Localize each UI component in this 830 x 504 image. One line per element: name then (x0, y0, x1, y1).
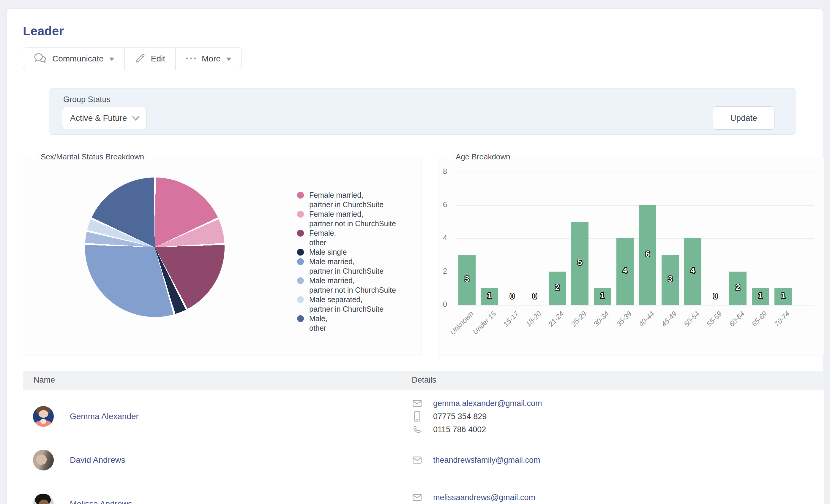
page-title: Leader (23, 24, 64, 38)
avatar[interactable] (33, 406, 54, 427)
age-breakdown-card: Age Breakdown 024683Unknown1Under 15015-… (438, 157, 824, 356)
page: Leader Communicate (0, 0, 830, 504)
gridline (456, 172, 814, 172)
x-axis-category-label: 21-24 (547, 310, 566, 328)
legend-label: Male separated,partner in ChurchSuite (309, 295, 384, 314)
x-axis-category-label: Unknown (448, 310, 475, 337)
legend-swatch-icon (297, 258, 304, 265)
contact-name-link[interactable]: David Andrews (70, 455, 125, 465)
table-row: Gemma Alexandergemma.alexander@gmail.com… (23, 390, 824, 443)
contact-name-link[interactable]: Melissa Andrews (70, 499, 132, 504)
legend-label: Male married,partner in ChurchSuite (309, 257, 384, 276)
legend-item: Male separated,partner in ChurchSuite (297, 295, 396, 314)
legend-label: Male single (309, 247, 347, 257)
legend-item: Female married,partner not in ChurchSuit… (297, 209, 396, 228)
more-label: More (202, 54, 221, 64)
x-axis-category-label: 25-29 (570, 310, 588, 328)
bar-value-label: 0 (526, 292, 543, 301)
update-button[interactable]: Update (713, 106, 774, 130)
group-status-select[interactable]: Active & Future (62, 107, 147, 129)
edit-button[interactable]: Edit (125, 48, 175, 70)
legend-item: Male,other (297, 314, 396, 333)
bar-value-label: 4 (684, 266, 701, 275)
bar-value-label: 0 (707, 292, 724, 301)
table-header: Name Details (23, 371, 824, 390)
details-cell: theandrewsfamily@gmail.com (412, 443, 824, 477)
legend-swatch-icon (297, 230, 304, 237)
avatar[interactable] (33, 450, 54, 470)
legend-swatch-icon (297, 296, 304, 303)
ellipsis-icon (186, 56, 196, 61)
x-axis-category-label: 15-17 (502, 310, 520, 328)
bar-value-label: 1 (774, 291, 792, 300)
y-axis-tick-label: 2 (438, 267, 447, 275)
table-body: Gemma Alexandergemma.alexander@gmail.com… (23, 390, 824, 504)
avatar[interactable] (33, 494, 54, 504)
gridline (456, 238, 814, 239)
envelope-icon (412, 494, 422, 501)
phone-handset-icon (412, 425, 422, 434)
gridline (456, 305, 814, 305)
chevron-down-icon (132, 113, 140, 123)
legend-swatch-icon (297, 249, 304, 256)
envelope-icon (412, 456, 422, 464)
y-axis-tick-label: 4 (438, 234, 447, 242)
group-status-panel: Group Status Active & Future Update (49, 88, 796, 135)
bar-value-label: 2 (729, 283, 746, 292)
bar-value-label: 6 (639, 249, 656, 259)
bar-value-label: 0 (504, 292, 521, 301)
bar-value-label: 3 (458, 275, 476, 284)
x-axis-category-label: 30-34 (592, 310, 611, 328)
x-axis-category-label: 40-44 (637, 310, 656, 328)
table-row: Melissa Andrewsmelissaandrews@gmail.com0… (23, 477, 824, 504)
x-axis-category-label: 70-74 (773, 310, 791, 328)
main-content-card: Leader Communicate (6, 8, 823, 504)
name-cell: Melissa Andrews (23, 477, 412, 504)
x-axis-category-label: 65-69 (750, 310, 769, 328)
legend-label: Male married,partner not in ChurchSuite (309, 276, 396, 295)
edit-label: Edit (151, 54, 165, 64)
sex-marital-status-card: Sex/Marital Status Breakdown Female marr… (23, 157, 422, 356)
chat-bubbles-icon (33, 53, 47, 65)
y-axis-tick-label: 6 (438, 200, 447, 209)
bar-value-label: 1 (752, 291, 769, 300)
details-cell: melissaandrews@gmail.com07337 283 665 (412, 477, 824, 504)
column-header-name: Name (34, 375, 55, 385)
name-cell: Gemma Alexander (23, 390, 412, 443)
detail-line: 0115 786 4002 (412, 424, 824, 435)
legend-swatch-icon (297, 192, 304, 199)
legend-swatch-icon (297, 315, 304, 322)
x-axis-category-label: 60-64 (728, 310, 746, 328)
detail-line: 07775 354 829 (412, 411, 824, 422)
detail-line: theandrewsfamily@gmail.com (412, 455, 824, 465)
group-status-label: Group Status (63, 95, 110, 104)
y-axis-tick-label: 8 (438, 167, 447, 176)
x-axis-category-label: 18-20 (524, 310, 543, 328)
bar-chart-title: Age Breakdown (451, 152, 514, 162)
x-axis-category-label: Under 15 (471, 310, 498, 336)
bar-value-label: 1 (594, 291, 611, 300)
email-link[interactable]: melissaandrews@gmail.com (433, 493, 535, 502)
x-axis-category-label: 45-49 (660, 310, 678, 328)
caret-down-icon (109, 58, 115, 61)
contact-name-link[interactable]: Gemma Alexander (70, 412, 139, 421)
gridline (456, 205, 814, 206)
x-axis-category-label: 35-39 (615, 310, 633, 328)
pie-legend: Female married,partner in ChurchSuiteFem… (297, 190, 396, 333)
email-link[interactable]: gemma.alexander@gmail.com (433, 399, 542, 408)
details-cell: gemma.alexander@gmail.com07775 354 82901… (412, 390, 824, 443)
detail-line: melissaandrews@gmail.com (412, 492, 824, 503)
bar-value-label: 3 (662, 275, 679, 284)
column-header-details: Details (412, 375, 436, 385)
x-axis-category-label: 50-54 (682, 310, 701, 328)
toolbar: Communicate Edit More (23, 47, 242, 70)
bar-value-label: 4 (616, 266, 634, 275)
email-link[interactable]: theandrewsfamily@gmail.com (433, 456, 540, 465)
communicate-button[interactable]: Communicate (23, 48, 125, 70)
gridline (456, 272, 814, 272)
mobile-phone-icon (412, 411, 422, 422)
table-row: David Andrewstheandrewsfamily@gmail.com (23, 443, 824, 477)
detail-line: gemma.alexander@gmail.com (412, 398, 824, 409)
more-button[interactable]: More (175, 48, 242, 70)
y-axis-tick-label: 0 (438, 300, 447, 309)
